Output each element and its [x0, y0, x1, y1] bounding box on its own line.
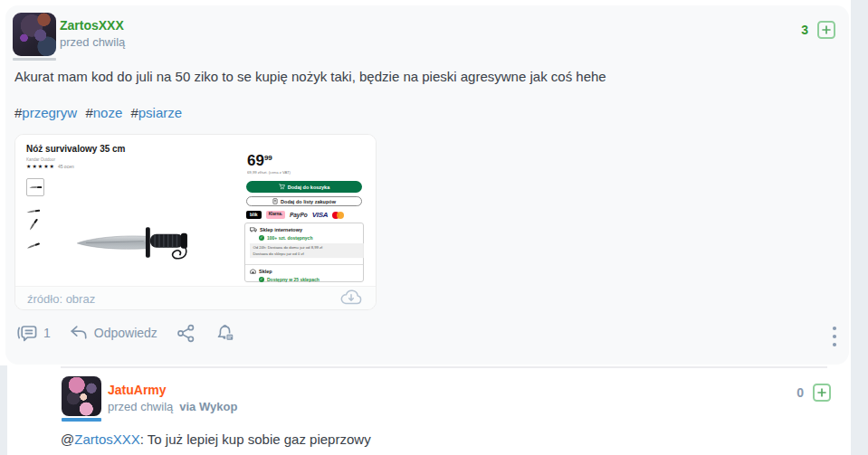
delivery-line: Dostawa do sklepu już od 0 zł: [253, 251, 360, 256]
online-store-section: Sklep internetowy ✓ 100+ szt. dostępnych…: [245, 223, 363, 263]
reply-vote-count: 0: [796, 385, 804, 400]
list-icon: [272, 198, 278, 204]
add-to-list-button: Dodaj do listy zakupów: [246, 196, 362, 206]
mastercard-icon: [332, 212, 344, 219]
post-body-text: Akurat mam kod do juli na 50 ziko to se …: [14, 69, 838, 84]
rating-count: 45 ocen: [58, 164, 74, 169]
kebab-menu-icon: [831, 325, 838, 348]
post-options-menu[interactable]: [831, 325, 838, 352]
check-icon: ✓: [259, 277, 264, 282]
online-availability: ✓ 100+ szt. dostępnych: [259, 235, 358, 241]
comment-bubble-icon: [16, 322, 38, 344]
reply-vote-area: 0: [796, 384, 831, 402]
post-tags: #przegryw #noze #psiarze: [14, 105, 186, 120]
store-section: Sklep ✓ Dostępny w 25 sklepach Wybierz s…: [245, 265, 363, 286]
post-action-bar: 1 Odpowiedz: [16, 322, 235, 344]
cart-icon: [279, 184, 285, 190]
product-brand: Kandar Outdoor: [26, 156, 55, 161]
product-price: 6999: [247, 153, 272, 168]
share-icon: [176, 323, 196, 344]
star-rating-icon: ★★★★★: [26, 163, 55, 169]
avatar-rank-bar: [62, 418, 101, 422]
reply-via: via Wykop: [179, 401, 237, 412]
thumbnail-selected: [26, 178, 44, 196]
avatar[interactable]: [13, 13, 56, 56]
thread-container: ZartosXXX przed chwilą 3 Akurat mam kod …: [0, 0, 851, 455]
share-button[interactable]: [176, 323, 196, 344]
post-author-link[interactable]: ZartosXXX: [60, 19, 125, 32]
mention-prefix: @: [61, 431, 74, 447]
delivery-info: Od 24h: Dostawa do domu już od 8,99 zł D…: [250, 243, 364, 258]
post-vote-area: 3: [801, 21, 835, 39]
product-screenshot: Nóż survivalowy 35 cm Kandar Outdoor ★★★…: [15, 135, 376, 286]
online-store-title: Sklep internetowy: [250, 227, 358, 232]
comments-button[interactable]: 1: [16, 322, 51, 344]
product-title: Nóż survivalowy 35 cm: [26, 144, 126, 154]
notify-button[interactable]: [215, 323, 235, 344]
truck-icon: [250, 227, 257, 232]
store-icon: [250, 269, 256, 274]
klarna-icon: Klarna.: [266, 211, 285, 219]
reply-arrow-icon: [69, 323, 89, 343]
mention-link[interactable]: ZartosXXX: [74, 431, 140, 447]
add-to-cart-button: Dodaj do koszyka: [246, 181, 362, 193]
avatar[interactable]: [62, 376, 101, 416]
reply-text-rest: : To już lepiej kup sobie gaz pieprzowy: [140, 431, 371, 447]
knife-product-image: [72, 222, 198, 263]
image-source-label: źródło: obraz: [27, 292, 95, 306]
reply-timestamp: przed chwilą: [108, 401, 173, 412]
blik-icon: blik: [246, 211, 262, 219]
upvote-button[interactable]: [817, 21, 835, 39]
availability-box: Sklep internetowy ✓ 100+ szt. dostępnych…: [244, 223, 364, 282]
check-icon: ✓: [259, 235, 264, 241]
avatar-rank-bar: [13, 58, 56, 61]
reply-body-text: @ZartosXXX: To już lepiej kup sobie gaz …: [61, 431, 371, 447]
tag-link[interactable]: #noze: [85, 105, 122, 120]
reply-meta: przed chwilą via Wykop: [108, 401, 237, 412]
reply-author-link[interactable]: JatuArmy: [108, 384, 237, 396]
upvote-button[interactable]: [813, 384, 831, 402]
post-card: ZartosXXX przed chwilą 3 Akurat mam kod …: [5, 5, 849, 365]
store-availability: ✓ Dostępny w 25 sklepach: [259, 277, 358, 282]
bell-badge-icon: [215, 323, 235, 344]
tag-link[interactable]: #psiarze: [130, 105, 182, 120]
replies-divider: [61, 366, 827, 368]
post-vote-count: 3: [801, 23, 808, 37]
knife-thumb-icon: [29, 185, 43, 190]
reply-label: Odpowiedz: [94, 326, 157, 340]
price-note: 69,99 zł/szt. (cena z VAT): [247, 170, 291, 175]
tag-link[interactable]: #przegryw: [14, 105, 77, 120]
thumbnail: [26, 218, 41, 234]
payment-methods: blik Klarna. PayPo VISA: [246, 211, 344, 219]
knife-thumb-icon: [24, 214, 43, 233]
visa-icon: VISA: [312, 211, 328, 219]
paypo-icon: PayPo: [290, 212, 308, 218]
post-timestamp: przed chwilą: [60, 36, 125, 48]
download-cloud-icon[interactable]: [339, 288, 364, 310]
post-user-block: ZartosXXX przed chwilą: [60, 19, 125, 48]
comments-count: 1: [43, 326, 51, 340]
reply-button[interactable]: Odpowiedz: [69, 323, 157, 343]
store-title: Sklep: [250, 269, 358, 274]
knife-thumb-icon: [25, 240, 42, 252]
embedded-image[interactable]: Nóż survivalowy 35 cm Kandar Outdoor ★★★…: [14, 134, 377, 310]
knife-thumb-icon: [26, 207, 42, 215]
thumbnail: [26, 237, 41, 253]
reply-user-block: JatuArmy przed chwilą via Wykop: [108, 384, 237, 412]
page-background-strip: [0, 365, 7, 455]
product-rating: ★★★★★ 45 ocen: [26, 163, 74, 169]
embed-footer: źródło: obraz: [15, 286, 376, 310]
